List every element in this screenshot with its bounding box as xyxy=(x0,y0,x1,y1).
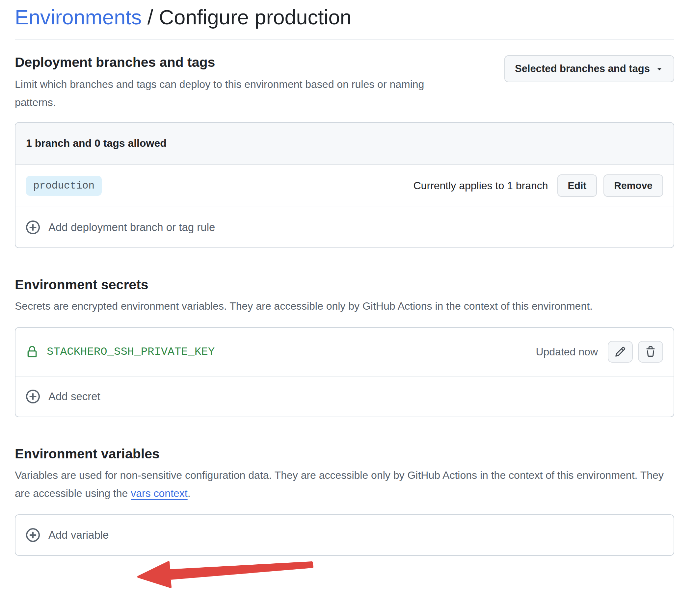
branch-policy-dropdown-label: Selected branches and tags xyxy=(515,63,650,75)
title-divider xyxy=(15,39,674,39)
delete-secret-button[interactable] xyxy=(638,341,663,362)
branch-policy-dropdown[interactable]: Selected branches and tags xyxy=(504,55,674,82)
trash-icon xyxy=(645,346,656,357)
content: Environments / Configure production Depl… xyxy=(0,0,694,556)
deployment-heading: Deployment branches and tags xyxy=(15,55,466,70)
plus-circle-icon xyxy=(26,221,40,234)
secrets-box: STACKHERO_SSH_PRIVATE_KEY Updated now xyxy=(15,327,674,417)
secret-row: STACKHERO_SSH_PRIVATE_KEY Updated now xyxy=(16,328,674,376)
chevron-down-icon xyxy=(655,64,664,73)
variables-box: Add variable xyxy=(15,514,674,556)
branch-name-tag: production xyxy=(26,176,102,196)
secrets-heading: Environment secrets xyxy=(15,277,674,293)
plus-circle-icon xyxy=(26,390,40,404)
deployment-description: Limit which branches and tags can deploy… xyxy=(15,75,466,112)
variables-heading: Environment variables xyxy=(15,446,674,462)
edit-secret-button[interactable] xyxy=(608,341,633,362)
deployment-section-header: Deployment branches and tags Limit which… xyxy=(15,55,674,112)
secrets-description: Secrets are encrypted environment variab… xyxy=(15,297,674,315)
page-title-rest: / Configure production xyxy=(147,5,352,29)
secret-updated-text: Updated now xyxy=(536,346,598,358)
secret-name: STACKHERO_SSH_PRIVATE_KEY xyxy=(47,346,215,358)
plus-circle-icon xyxy=(26,528,40,542)
variables-description: Variables are used for non-sensitive con… xyxy=(15,466,674,503)
add-secret-button[interactable]: Add secret xyxy=(16,376,674,416)
vars-context-link[interactable]: vars context xyxy=(131,487,188,499)
add-variable-label: Add variable xyxy=(49,529,109,541)
add-variable-button[interactable]: Add variable xyxy=(16,515,674,555)
branch-rules-box: 1 branch and 0 tags allowed production C… xyxy=(15,122,674,248)
environments-breadcrumb-link[interactable]: Environments xyxy=(15,5,142,29)
deployment-heading-group: Deployment branches and tags Limit which… xyxy=(15,55,466,112)
annotation-arrow-shape xyxy=(138,562,312,587)
add-branch-rule-button[interactable]: Add deployment branch or tag rule xyxy=(16,207,674,247)
pencil-icon xyxy=(615,346,626,357)
page-title: Environments / Configure production xyxy=(15,5,674,29)
secret-name-group: STACKHERO_SSH_PRIVATE_KEY xyxy=(26,346,215,358)
environment-config-page: Environments / Configure production Depl… xyxy=(0,0,694,616)
branch-rule-row: production Currently applies to 1 branch… xyxy=(16,165,674,207)
add-secret-label: Add secret xyxy=(49,390,101,403)
branch-applies-text: Currently applies to 1 branch xyxy=(414,180,548,192)
lock-icon xyxy=(26,346,38,358)
variables-description-text: Variables are used for non-sensitive con… xyxy=(15,469,664,499)
edit-rule-button[interactable]: Edit xyxy=(558,174,597,197)
remove-rule-button[interactable]: Remove xyxy=(603,174,663,197)
branch-rules-summary: 1 branch and 0 tags allowed xyxy=(16,123,674,165)
add-branch-rule-label: Add deployment branch or tag rule xyxy=(49,221,215,234)
variables-description-period: . xyxy=(188,487,190,499)
